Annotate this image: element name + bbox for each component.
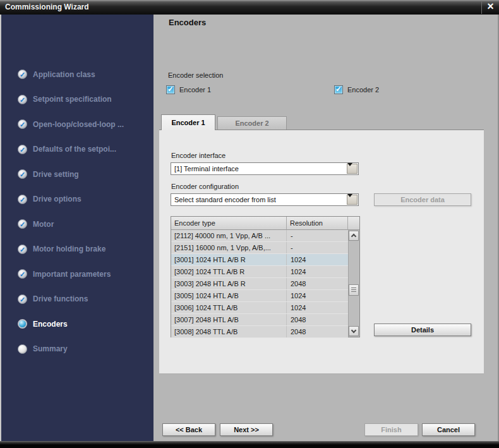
encoder-selection-row: ✓ Encoder 1 ✓ Encoder 2 [153,85,498,95]
sidebar-step[interactable]: Summary [18,337,153,362]
tab-encoder-1[interactable]: Encoder 1 [161,114,215,130]
cell-resolution: 1024 [287,266,348,277]
sidebar-step[interactable]: ✓ Open-loop/closed-loop ... [18,112,153,137]
close-button[interactable]: × [481,1,499,14]
chevron-up-icon [351,234,356,239]
sidebar-step-label: Summary [33,344,68,353]
sidebar-step[interactable]: ✓ Motor [18,212,153,237]
finish-button[interactable]: Finish [364,423,418,436]
sidebar-step[interactable]: ✓ Defaults of the setpoi... [18,137,153,162]
back-button[interactable]: << Back [162,423,215,436]
pending-step-icon [18,344,27,354]
encoder-interface-value: [1] Terminal interface [174,165,239,173]
encoder-1-checkbox-group: ✓ Encoder 1 [166,85,211,94]
check-icon: ✓ [18,95,27,104]
table-row[interactable]: [3001] 1024 HTL A/B R 1024 [171,254,348,266]
sidebar-step[interactable]: ✓ Application class [18,62,153,87]
table-row[interactable]: [3005] 1024 HTL A/B 1024 [171,290,348,302]
combo-arrow-button[interactable] [347,164,358,174]
cell-resolution: 1024 [287,254,348,265]
cell-encoder-type: [3001] 1024 HTL A/B R [171,254,287,265]
cell-encoder-type: [2112] 40000 nm, 1 Vpp, A/B ... [171,230,287,241]
table-scrollbar[interactable] [348,230,359,337]
cell-encoder-type: [3007] 2048 HTL A/B [171,314,287,325]
cell-resolution: 1024 [287,302,348,313]
table-row[interactable]: [2112] 40000 nm, 1 Vpp, A/B ... - [171,230,348,242]
cell-resolution: 1024 [287,290,348,301]
cell-encoder-type: [3006] 1024 TTL A/B [171,302,287,313]
encoder-interface-label: Encoder interface [171,152,225,159]
sidebar-step-label: Defaults of the setpoi... [33,145,116,154]
sidebar-step[interactable]: Encoders [18,312,153,337]
encoder-1-checkbox-label: Encoder 1 [179,86,211,94]
combo-arrow-button[interactable] [347,195,358,205]
table-row[interactable]: [2151] 16000 nm, 1 Vpp, A/B,... - [171,242,348,254]
table-rows: [2112] 40000 nm, 1 Vpp, A/B ... - [2151]… [171,230,348,337]
table-row[interactable]: [3003] 2048 HTL A/B R 2048 [171,278,348,290]
sidebar-step[interactable]: ✓ Motor holding brake [18,237,153,262]
check-icon: ✓ [18,169,27,179]
sidebar-step[interactable]: ✓ Drive setting [18,162,153,187]
table-header-spacer [348,217,359,230]
encoder-configuration-value: Select standard encoder from list [174,196,276,203]
sidebar-step-label: Setpoint specification [33,95,112,104]
sidebar-step-label: Drive functions [33,294,88,303]
wizard-step-list: ✓ Application class ✓ Setpoint specifica… [1,15,153,361]
chevron-down-icon [351,328,356,333]
encoder-selection-label: Encoder selection [168,71,223,79]
encoder-configuration-label: Encoder configuration [171,183,239,190]
check-icon: ✓ [18,145,27,154]
cell-resolution: - [287,230,348,241]
scroll-thumb[interactable] [349,284,359,296]
sidebar-step-label: Open-loop/closed-loop ... [33,120,124,129]
sidebar-step-label: Drive setting [33,170,79,179]
table-body: [2112] 40000 nm, 1 Vpp, A/B ... - [2151]… [171,230,359,337]
check-icon: ✓ [335,85,342,94]
encoder-data-button[interactable]: Encoder data [374,193,471,206]
cell-encoder-type: [3005] 1024 HTL A/B [171,290,287,301]
commissioning-wizard-dialog: Commissioning Wizard × ✓ Application cla… [0,0,499,448]
cell-encoder-type: [2151] 16000 nm, 1 Vpp, A/B,... [171,242,287,253]
encoder-2-checkbox[interactable]: ✓ [334,85,343,94]
scroll-down-button[interactable] [349,326,359,336]
sidebar-step-label: Drive options [33,195,81,203]
chevron-down-icon [347,194,352,205]
wizard-steps-sidebar: ✓ Application class ✓ Setpoint specifica… [0,15,153,441]
table-row[interactable]: [3002] 1024 TTL A/B R 1024 [171,266,348,278]
table-row[interactable]: [3007] 2048 HTL A/B 2048 [171,314,348,326]
check-icon: ✓ [18,294,27,304]
cell-resolution: 2048 [287,278,348,289]
check-icon: ✓ [18,119,27,129]
encoder-configuration-select[interactable]: Select standard encoder from list [171,193,359,206]
cell-resolution: - [287,242,348,253]
page-title: Encoders [169,18,206,27]
sidebar-step[interactable]: ✓ Important parameters [18,262,153,287]
table-header-encoder-type[interactable]: Encoder type [171,217,287,230]
scroll-up-button[interactable] [349,231,359,241]
cell-encoder-type: [3008] 2048 TTL A/B [171,326,287,337]
sidebar-step[interactable]: ✓ Drive functions [18,287,153,312]
sidebar-step[interactable]: ✓ Drive options [18,187,153,212]
check-icon: ✓ [18,70,27,79]
check-icon: ✓ [18,219,27,229]
encoder-2-checkbox-label: Encoder 2 [347,86,379,94]
table-row[interactable]: [3006] 1024 TTL A/B 1024 [171,302,348,314]
sidebar-step[interactable]: ✓ Setpoint specification [18,87,153,112]
encoder-interface-select[interactable]: [1] Terminal interface [171,162,359,175]
details-button[interactable]: Details [374,324,471,336]
next-button[interactable]: Next >> [220,423,273,436]
cell-resolution: 2048 [287,314,348,325]
tab-encoder-2[interactable]: Encoder 2 [217,116,287,130]
sidebar-step-label: Important parameters [33,270,111,279]
current-step-icon [18,319,27,329]
encoder-1-checkbox[interactable]: ✓ [166,85,175,94]
check-icon: ✓ [167,85,174,94]
table-row[interactable]: [3008] 2048 TTL A/B 2048 [171,326,348,338]
check-icon: ✓ [18,245,27,254]
table-header-resolution[interactable]: Resolution [287,217,348,230]
sidebar-step-label: Motor holding brake [33,245,105,253]
sidebar-step-label: Application class [33,70,95,79]
sidebar-step-label: Motor [33,220,54,229]
cell-resolution: 2048 [287,326,348,337]
cancel-button[interactable]: Cancel [422,423,475,436]
